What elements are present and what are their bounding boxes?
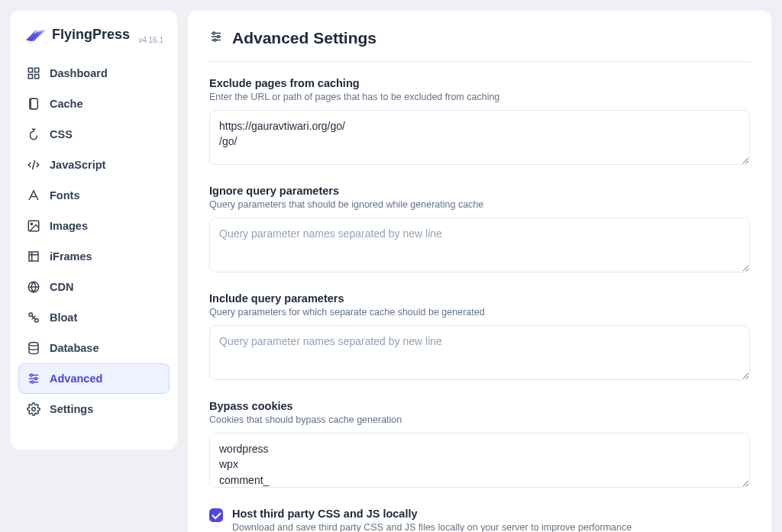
sidebar-item-database[interactable]: Database bbox=[18, 333, 170, 363]
flyingpress-logo-icon bbox=[24, 26, 46, 43]
svg-point-30 bbox=[218, 36, 220, 38]
svg-point-8 bbox=[31, 223, 32, 224]
svg-rect-3 bbox=[35, 74, 39, 78]
sidebar-item-label: CDN bbox=[50, 281, 73, 293]
svg-rect-1 bbox=[35, 68, 39, 72]
main-panel: Advanced Settings Exclude pages from cac… bbox=[188, 11, 771, 532]
sidebar-item-cdn[interactable]: CDN bbox=[18, 272, 170, 302]
include-query-textarea[interactable] bbox=[209, 325, 750, 380]
exclude-pages-textarea[interactable] bbox=[209, 110, 750, 165]
svg-point-25 bbox=[32, 407, 36, 411]
check-title: Host third party CSS and JS locally bbox=[232, 508, 632, 520]
sidebar-item-label: Cache bbox=[50, 98, 83, 110]
bloat-icon bbox=[27, 311, 40, 324]
sidebar-item-label: Advanced bbox=[50, 372, 102, 385]
ignore-query-textarea[interactable] bbox=[209, 218, 750, 272]
sidebar-item-images[interactable]: Images bbox=[18, 211, 170, 241]
sidebar-item-css[interactable]: CSS bbox=[18, 119, 170, 150]
sidebar-item-label: Database bbox=[50, 342, 99, 354]
section-help: Query parameters for which separate cach… bbox=[209, 307, 750, 318]
section-help: Query parameters that should be ignored … bbox=[209, 199, 750, 210]
section-exclude-pages: Exclude pages from caching Enter the URL… bbox=[209, 77, 750, 168]
section-help: Enter the URL or path of pages that has … bbox=[209, 92, 750, 102]
sidebar-item-dashboard[interactable]: Dashboard bbox=[18, 58, 170, 89]
sidebar: FlyingPress v4.16.1 Dashboard Cache CSS … bbox=[11, 11, 177, 450]
section-title: Ignore query parameters bbox=[209, 185, 750, 197]
option-host-local: Host third party CSS and JS locally Down… bbox=[209, 508, 750, 532]
iframes-icon bbox=[27, 250, 40, 263]
brand-name: FlyingPress bbox=[52, 27, 130, 43]
svg-point-22 bbox=[31, 374, 33, 376]
svg-point-24 bbox=[31, 381, 34, 383]
sidebar-item-fonts[interactable]: Fonts bbox=[18, 180, 170, 211]
cache-icon bbox=[27, 97, 40, 111]
sidebar-item-label: Dashboard bbox=[50, 67, 108, 79]
fonts-icon bbox=[27, 189, 40, 202]
sidebar-item-cache[interactable]: Cache bbox=[18, 89, 170, 119]
sidebar-item-iframes[interactable]: iFrames bbox=[18, 241, 170, 272]
database-icon bbox=[27, 341, 40, 355]
section-include-query: Include query parameters Query parameter… bbox=[209, 292, 750, 383]
sidebar-item-label: Fonts bbox=[50, 189, 79, 202]
settings-icon bbox=[27, 402, 40, 416]
brand-header: FlyingPress v4.16.1 bbox=[18, 21, 170, 58]
page-title: Advanced Settings bbox=[232, 29, 376, 47]
section-ignore-query: Ignore query parameters Query parameters… bbox=[209, 185, 750, 276]
css-icon bbox=[27, 127, 40, 141]
svg-rect-9 bbox=[29, 252, 38, 261]
section-help: Cookies that should bypass cache generat… bbox=[209, 414, 750, 425]
sidebar-item-label: Settings bbox=[50, 403, 93, 415]
check-help: Download and save third party CSS and JS… bbox=[232, 522, 632, 532]
svg-point-18 bbox=[29, 342, 38, 346]
sidebar-item-label: CSS bbox=[50, 128, 73, 140]
section-title: Include query parameters bbox=[209, 292, 750, 305]
images-icon bbox=[27, 219, 40, 233]
sidebar-item-advanced[interactable]: Advanced bbox=[18, 363, 170, 394]
section-title: Bypass cookies bbox=[209, 400, 750, 412]
host-local-checkbox[interactable] bbox=[209, 508, 223, 522]
javascript-icon bbox=[27, 158, 40, 172]
svg-rect-5 bbox=[31, 98, 37, 109]
section-bypass-cookies: Bypass cookies Cookies that should bypas… bbox=[209, 400, 750, 491]
svg-point-29 bbox=[213, 32, 215, 34]
sidebar-item-label: iFrames bbox=[50, 250, 92, 263]
sidebar-item-label: JavaScript bbox=[50, 159, 105, 171]
advanced-icon bbox=[27, 372, 40, 385]
sidebar-item-javascript[interactable]: JavaScript bbox=[18, 150, 170, 180]
sidebar-item-bloat[interactable]: Bloat bbox=[18, 302, 170, 333]
sliders-icon bbox=[209, 30, 223, 47]
bypass-cookies-textarea[interactable] bbox=[209, 433, 750, 488]
sidebar-item-label: Bloat bbox=[50, 311, 77, 324]
sidebar-item-settings[interactable]: Settings bbox=[18, 394, 170, 424]
svg-point-23 bbox=[35, 377, 37, 379]
dashboard-icon bbox=[27, 66, 40, 80]
brand-version: v4.16.1 bbox=[138, 36, 163, 44]
sidebar-item-label: Images bbox=[50, 220, 88, 232]
svg-rect-0 bbox=[28, 68, 32, 72]
cdn-icon bbox=[27, 280, 40, 294]
section-title: Exclude pages from caching bbox=[209, 77, 750, 89]
svg-rect-2 bbox=[28, 74, 32, 78]
svg-line-6 bbox=[33, 160, 35, 169]
svg-point-31 bbox=[214, 39, 216, 41]
